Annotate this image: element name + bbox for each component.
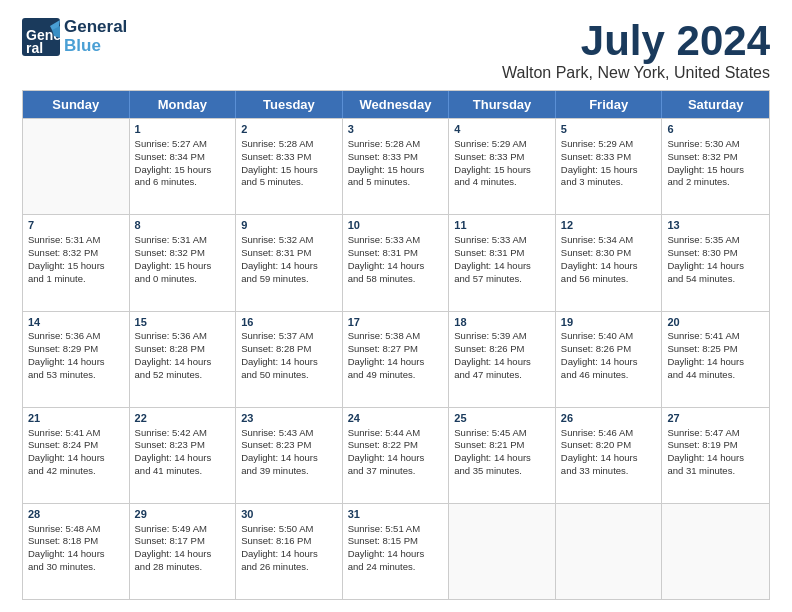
day-number: 16 — [241, 315, 337, 330]
day-info: Sunset: 8:33 PM — [348, 151, 444, 164]
day-info: Sunset: 8:33 PM — [241, 151, 337, 164]
day-cell-2: 2Sunrise: 5:28 AMSunset: 8:33 PMDaylight… — [236, 119, 343, 214]
day-cell-17: 17Sunrise: 5:38 AMSunset: 8:27 PMDayligh… — [343, 312, 450, 407]
day-info: Sunset: 8:27 PM — [348, 343, 444, 356]
day-info: and 56 minutes. — [561, 273, 657, 286]
day-number: 25 — [454, 411, 550, 426]
day-info: Sunset: 8:29 PM — [28, 343, 124, 356]
logo-line2: Blue — [64, 37, 127, 56]
day-info: and 46 minutes. — [561, 369, 657, 382]
day-info: and 4 minutes. — [454, 176, 550, 189]
header-day-monday: Monday — [130, 91, 237, 118]
day-info: and 42 minutes. — [28, 465, 124, 478]
day-number: 5 — [561, 122, 657, 137]
header-day-wednesday: Wednesday — [343, 91, 450, 118]
day-number: 21 — [28, 411, 124, 426]
day-number: 3 — [348, 122, 444, 137]
day-info: Daylight: 14 hours — [454, 452, 550, 465]
day-info: Sunrise: 5:44 AM — [348, 427, 444, 440]
logo-line1: General — [64, 18, 127, 37]
day-info: Daylight: 14 hours — [241, 260, 337, 273]
day-info: Sunset: 8:31 PM — [348, 247, 444, 260]
day-info: Sunrise: 5:36 AM — [135, 330, 231, 343]
day-cell-26: 26Sunrise: 5:46 AMSunset: 8:20 PMDayligh… — [556, 408, 663, 503]
day-number: 31 — [348, 507, 444, 522]
day-number: 23 — [241, 411, 337, 426]
header-day-thursday: Thursday — [449, 91, 556, 118]
day-info: Daylight: 15 hours — [241, 164, 337, 177]
day-number: 30 — [241, 507, 337, 522]
day-cell-13: 13Sunrise: 5:35 AMSunset: 8:30 PMDayligh… — [662, 215, 769, 310]
day-cell-11: 11Sunrise: 5:33 AMSunset: 8:31 PMDayligh… — [449, 215, 556, 310]
day-info: Daylight: 14 hours — [28, 356, 124, 369]
day-info: Daylight: 14 hours — [348, 356, 444, 369]
day-cell-5: 5Sunrise: 5:29 AMSunset: 8:33 PMDaylight… — [556, 119, 663, 214]
day-info: Sunrise: 5:51 AM — [348, 523, 444, 536]
day-info: and 35 minutes. — [454, 465, 550, 478]
day-number: 17 — [348, 315, 444, 330]
logo-icon: Gene ral — [22, 18, 60, 56]
day-info: Sunrise: 5:27 AM — [135, 138, 231, 151]
day-info: Sunset: 8:19 PM — [667, 439, 764, 452]
day-cell-7: 7Sunrise: 5:31 AMSunset: 8:32 PMDaylight… — [23, 215, 130, 310]
day-cell-9: 9Sunrise: 5:32 AMSunset: 8:31 PMDaylight… — [236, 215, 343, 310]
day-info: and 2 minutes. — [667, 176, 764, 189]
day-cell-3: 3Sunrise: 5:28 AMSunset: 8:33 PMDaylight… — [343, 119, 450, 214]
day-number: 4 — [454, 122, 550, 137]
day-info: Sunrise: 5:46 AM — [561, 427, 657, 440]
day-info: Sunset: 8:23 PM — [241, 439, 337, 452]
day-info: and 39 minutes. — [241, 465, 337, 478]
logo: Gene ral General Blue — [22, 18, 127, 56]
day-cell-19: 19Sunrise: 5:40 AMSunset: 8:26 PMDayligh… — [556, 312, 663, 407]
empty-cell — [662, 504, 769, 599]
day-number: 15 — [135, 315, 231, 330]
title-section: July 2024 Walton Park, New York, United … — [502, 18, 770, 82]
day-info: and 26 minutes. — [241, 561, 337, 574]
day-info: Sunrise: 5:35 AM — [667, 234, 764, 247]
day-info: Daylight: 14 hours — [28, 452, 124, 465]
day-info: Daylight: 15 hours — [135, 164, 231, 177]
day-info: Sunset: 8:31 PM — [241, 247, 337, 260]
page: Gene ral General Blue July 2024 Walton P… — [0, 0, 792, 612]
day-info: Sunrise: 5:41 AM — [667, 330, 764, 343]
day-info: Sunrise: 5:45 AM — [454, 427, 550, 440]
day-info: Sunset: 8:18 PM — [28, 535, 124, 548]
day-cell-15: 15Sunrise: 5:36 AMSunset: 8:28 PMDayligh… — [130, 312, 237, 407]
day-info: Sunrise: 5:33 AM — [454, 234, 550, 247]
day-info: Daylight: 14 hours — [241, 548, 337, 561]
day-cell-31: 31Sunrise: 5:51 AMSunset: 8:15 PMDayligh… — [343, 504, 450, 599]
day-info: Sunset: 8:24 PM — [28, 439, 124, 452]
day-info: Sunset: 8:26 PM — [561, 343, 657, 356]
calendar-week-1: 1Sunrise: 5:27 AMSunset: 8:34 PMDaylight… — [23, 118, 769, 214]
day-info: Daylight: 15 hours — [561, 164, 657, 177]
day-number: 27 — [667, 411, 764, 426]
day-info: Sunset: 8:20 PM — [561, 439, 657, 452]
day-number: 10 — [348, 218, 444, 233]
day-info: Daylight: 15 hours — [667, 164, 764, 177]
day-info: Sunrise: 5:50 AM — [241, 523, 337, 536]
day-info: and 57 minutes. — [454, 273, 550, 286]
day-info: Sunrise: 5:31 AM — [28, 234, 124, 247]
day-cell-12: 12Sunrise: 5:34 AMSunset: 8:30 PMDayligh… — [556, 215, 663, 310]
day-info: Sunrise: 5:29 AM — [454, 138, 550, 151]
day-info: Sunset: 8:32 PM — [135, 247, 231, 260]
day-info: Daylight: 15 hours — [348, 164, 444, 177]
day-number: 24 — [348, 411, 444, 426]
calendar: SundayMondayTuesdayWednesdayThursdayFrid… — [22, 90, 770, 600]
day-info: Sunset: 8:23 PM — [135, 439, 231, 452]
day-info: Sunset: 8:25 PM — [667, 343, 764, 356]
day-info: Daylight: 14 hours — [454, 356, 550, 369]
empty-cell — [449, 504, 556, 599]
day-info: Daylight: 14 hours — [561, 260, 657, 273]
day-info: and 50 minutes. — [241, 369, 337, 382]
day-info: and 6 minutes. — [135, 176, 231, 189]
header-day-friday: Friday — [556, 91, 663, 118]
empty-cell — [23, 119, 130, 214]
day-info: Sunset: 8:17 PM — [135, 535, 231, 548]
day-number: 2 — [241, 122, 337, 137]
day-cell-28: 28Sunrise: 5:48 AMSunset: 8:18 PMDayligh… — [23, 504, 130, 599]
day-cell-16: 16Sunrise: 5:37 AMSunset: 8:28 PMDayligh… — [236, 312, 343, 407]
day-info: Sunrise: 5:43 AM — [241, 427, 337, 440]
day-cell-21: 21Sunrise: 5:41 AMSunset: 8:24 PMDayligh… — [23, 408, 130, 503]
day-info: Sunrise: 5:38 AM — [348, 330, 444, 343]
